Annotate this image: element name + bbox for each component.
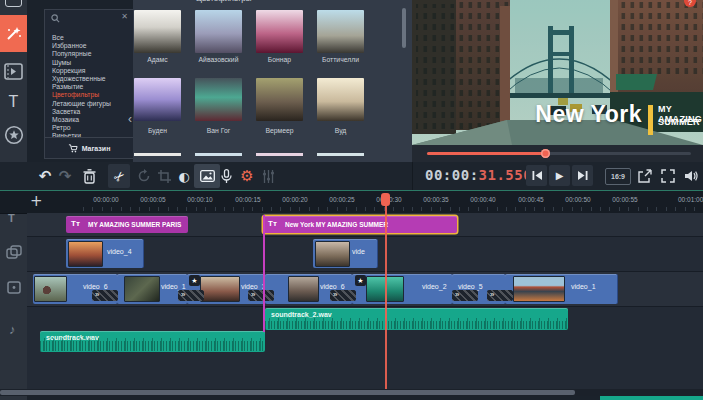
filter-thumbnail[interactable]: [134, 78, 181, 121]
clip-properties-button[interactable]: ⚙: [236, 164, 258, 188]
seek-bar[interactable]: [427, 152, 691, 155]
transition-badge[interactable]: »: [178, 290, 204, 301]
close-icon[interactable]: ✕: [121, 12, 128, 21]
ruler-label: 00:00:55: [602, 196, 648, 203]
crop-button[interactable]: [153, 164, 175, 188]
search-icon[interactable]: [51, 14, 60, 23]
overlay-track: video_4 vide: [27, 237, 703, 272]
fullscreen-button[interactable]: [657, 164, 679, 188]
filter-thumbnail[interactable]: [256, 78, 303, 121]
timecode-hms: 00:00:: [425, 167, 479, 183]
seek-bar-row: [412, 145, 703, 162]
category-item[interactable]: Популярные: [45, 50, 133, 58]
undo-button[interactable]: ↶: [34, 164, 56, 188]
filter-thumbnail-partial[interactable]: [134, 153, 181, 156]
ruler-label: 00:00:10: [177, 196, 223, 203]
title-clip-label: MY AMAZING SUMMER PARIS: [88, 221, 181, 228]
media-icon[interactable]: [5, 0, 22, 7]
category-item-selected[interactable]: Цветофильтры: [45, 91, 133, 99]
overlay-clip[interactable]: vide: [313, 239, 378, 268]
caption-accent-bar: [648, 105, 653, 135]
microphone-icon: [221, 169, 232, 184]
category-item[interactable]: Размытие: [45, 83, 133, 91]
image-icon: [200, 170, 215, 182]
color-adjust-button[interactable]: ◐: [173, 164, 195, 188]
play-icon: ▶: [556, 170, 564, 181]
timeline-hscroll[interactable]: [0, 389, 703, 396]
delete-button[interactable]: [78, 164, 100, 188]
timeline-ruler[interactable]: + 00:00:00 00:00:05 00:00:10 00:00:15 00…: [0, 191, 703, 214]
filter-name: Вермеер: [256, 127, 303, 134]
filter-thumbnail-partial[interactable]: [317, 153, 364, 156]
category-item[interactable]: Ретро: [45, 124, 133, 132]
split-button[interactable]: ✂: [108, 164, 130, 188]
collapse-panel-icon[interactable]: ‹: [128, 112, 132, 126]
record-voice-button[interactable]: [215, 164, 237, 188]
add-track-button[interactable]: +: [30, 192, 43, 210]
ruler-label: 00:00:00: [83, 196, 129, 203]
linked-clip-line: [263, 215, 265, 332]
filter-name: Адамс: [134, 56, 181, 63]
overlay-clip-label: video_4: [107, 248, 132, 255]
sticker-star-icon: [4, 125, 24, 145]
play-button[interactable]: ▶: [549, 165, 570, 186]
audio-levels-button[interactable]: [257, 164, 279, 188]
filter-thumbnail-partial[interactable]: [256, 153, 303, 156]
audio-clip[interactable]: soundtrack.wav: [40, 331, 265, 352]
filter-thumbnail[interactable]: [317, 10, 364, 53]
filter-name: Вуд: [317, 127, 364, 134]
audio-clip[interactable]: soundtrack_2.wav: [265, 308, 568, 330]
overlay-clip[interactable]: video_4: [66, 239, 144, 268]
filter-thumbnail[interactable]: [195, 78, 242, 121]
category-item[interactable]: Художественные: [45, 75, 133, 83]
category-item[interactable]: Шумы: [45, 59, 133, 67]
category-item[interactable]: Летающие фигуры: [45, 100, 133, 108]
redo-button[interactable]: ↷: [54, 164, 76, 188]
ruler-label: 00:00:45: [508, 196, 554, 203]
next-frame-button[interactable]: [572, 165, 593, 186]
video-clip-label: video_2: [422, 283, 447, 290]
filters-tab-button[interactable]: [0, 15, 27, 52]
store-button[interactable]: Магазин: [45, 137, 133, 158]
volume-button[interactable]: [680, 164, 702, 188]
magic-wand-icon: [5, 25, 22, 42]
filter-thumbnail-partial[interactable]: [195, 153, 242, 156]
seek-handle[interactable]: [541, 149, 550, 158]
timeline-hscroll-thumb[interactable]: [0, 390, 575, 395]
title-clip-selected[interactable]: Tт New York MY AMAZING SUMMER: [263, 216, 457, 233]
export-frame-button[interactable]: [634, 164, 656, 188]
transition-badge[interactable]: »: [330, 290, 356, 301]
category-item[interactable]: Коррекция: [45, 67, 133, 75]
title-clip-icon: Tт: [268, 219, 277, 228]
transition-badge[interactable]: »: [92, 290, 118, 301]
aspect-ratio-button[interactable]: 16:9: [605, 168, 631, 185]
transitions-tab-button[interactable]: [0, 60, 27, 82]
category-item[interactable]: Мозаика: [45, 116, 133, 124]
video-clip[interactable]: video_1: [505, 274, 618, 304]
transition-badge[interactable]: »: [487, 290, 513, 301]
filter-thumbnail[interactable]: [256, 10, 303, 53]
timeline-tracks: Tт MY AMAZING SUMMER PARIS Tт New York M…: [0, 213, 703, 389]
transition-badge[interactable]: »: [452, 290, 478, 301]
titles-tab-button[interactable]: T: [0, 91, 27, 112]
category-item[interactable]: Засветка: [45, 108, 133, 116]
waveform: [265, 318, 568, 329]
prev-frame-button[interactable]: [526, 165, 547, 186]
ruler-label: 00:00:20: [272, 196, 318, 203]
stickers-tab-button[interactable]: [0, 124, 27, 146]
filter-thumbnail[interactable]: [317, 78, 364, 121]
title-clip[interactable]: Tт MY AMAZING SUMMER PARIS: [66, 216, 188, 233]
transition-badge[interactable]: »: [248, 290, 274, 301]
filter-thumbnail[interactable]: [134, 10, 181, 53]
video-clip[interactable]: ★ video_2: [352, 274, 453, 304]
sliders-icon: [262, 170, 275, 183]
category-item[interactable]: Избранное: [45, 42, 133, 50]
playhead-line[interactable]: [385, 204, 387, 391]
filter-thumbnail[interactable]: [195, 10, 242, 53]
category-item[interactable]: Все: [45, 34, 133, 42]
rotate-button[interactable]: [133, 164, 155, 188]
video-clip-label: video_3: [241, 283, 266, 290]
skip-forward-icon: [578, 171, 588, 180]
ruler-label: 00:00:15: [225, 196, 271, 203]
grid-scrollbar[interactable]: [402, 8, 406, 48]
